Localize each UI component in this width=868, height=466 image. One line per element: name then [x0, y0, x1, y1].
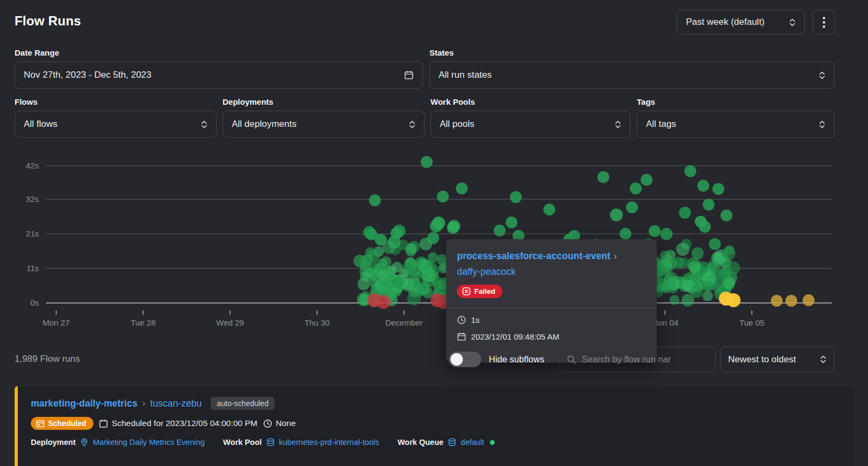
card-scheduled-for: Scheduled for 2023/12/05 04:00:00 PM	[112, 418, 258, 428]
tooltip-run-link[interactable]: daffy-peacock	[457, 266, 516, 277]
failed-x-icon	[462, 287, 470, 295]
failed-state-label: Failed	[474, 287, 495, 295]
scheduled-state-label: Scheduled	[48, 419, 86, 428]
scheduled-icon	[36, 420, 44, 428]
search-icon	[567, 355, 576, 364]
card-flow-link[interactable]: marketing-daily-metrics	[31, 398, 137, 409]
tooltip-duration: 1s	[471, 315, 480, 325]
svg-text:21s: 21s	[26, 229, 39, 238]
search-input[interactable]	[582, 354, 708, 364]
tooltip-flow-link[interactable]: process-salesforce-account-event	[457, 251, 610, 261]
sort-value: Newest to oldest	[728, 354, 796, 365]
svg-text:0s: 0s	[30, 298, 39, 307]
chevron-right-icon: ›	[142, 398, 145, 409]
clock-icon	[457, 315, 466, 325]
card-run-link[interactable]: tuscan-zebu	[150, 398, 201, 409]
toggle-knob	[450, 353, 463, 366]
svg-text:42s: 42s	[26, 161, 39, 170]
svg-text:32s: 32s	[26, 194, 39, 204]
svg-text:Tue 28: Tue 28	[131, 318, 156, 327]
scheduled-state-badge: Scheduled	[31, 417, 93, 430]
work-queue-link[interactable]: default	[461, 438, 485, 447]
flow-run-count: 1,989 Flow runs	[15, 354, 80, 364]
chevron-right-icon: ›	[614, 251, 617, 261]
deployment-link[interactable]: Marketing Daily Metrics Evening	[93, 438, 205, 447]
svg-text:Tue 05: Tue 05	[739, 318, 764, 327]
deployment-label: Deployment	[31, 438, 76, 447]
location-pin-icon	[80, 438, 89, 447]
svg-text:Mon 27: Mon 27	[43, 318, 70, 327]
calendar-icon	[457, 332, 466, 341]
hide-subflows-toggle[interactable]	[449, 352, 481, 367]
work-pool-label: Work Pool	[223, 438, 261, 447]
tooltip-timestamp: 2023/12/01 09:48:05 AM	[471, 332, 559, 341]
flow-run-card[interactable]: marketing-daily-metrics › tuscan-zebu au…	[15, 386, 853, 466]
chevron-up-down-icon	[820, 355, 826, 363]
svg-text:December: December	[385, 318, 422, 327]
svg-text:Thu 30: Thu 30	[305, 318, 330, 327]
flow-run-tooltip: process-salesforce-account-event› daffy-…	[446, 239, 657, 363]
clock-icon	[263, 419, 272, 428]
queue-healthy-dot	[490, 440, 495, 445]
svg-text:11s: 11s	[26, 264, 39, 273]
database-icon	[266, 438, 275, 447]
svg-text:Wed 29: Wed 29	[216, 318, 244, 327]
tooltip-divider	[446, 307, 657, 308]
flow-runs-page: Flow Runs Past week (default) Date Range…	[0, 0, 868, 466]
card-duration: None	[276, 418, 296, 428]
hide-subflows-label: Hide subflows	[489, 354, 544, 364]
auto-scheduled-tag: auto-scheduled	[211, 397, 274, 410]
work-pool-link[interactable]: kubernetes-prd-internal-tools	[279, 438, 379, 447]
work-queue-label: Work Queue	[398, 438, 443, 447]
sort-select[interactable]: Newest to oldest	[720, 347, 835, 372]
database-icon	[448, 438, 456, 447]
calendar-icon	[99, 419, 108, 428]
failed-state-badge: Failed	[457, 285, 502, 298]
